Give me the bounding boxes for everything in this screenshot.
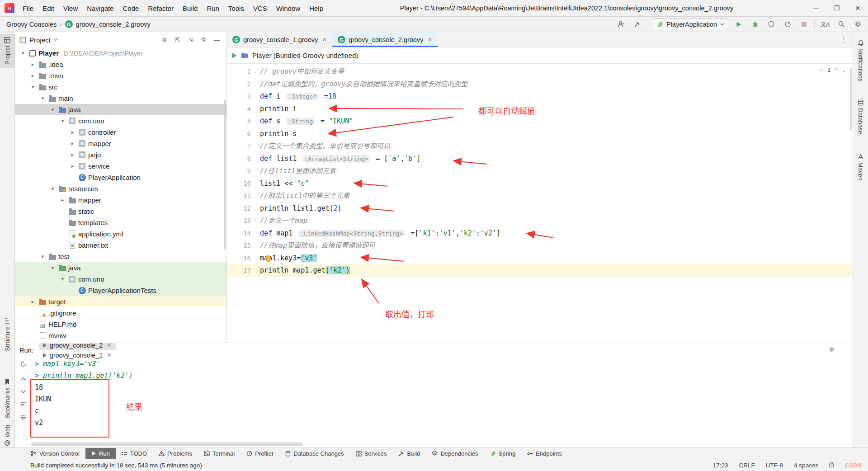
indent-indicator[interactable]: 4 spaces <box>794 462 818 469</box>
menu-code[interactable]: Code <box>118 5 143 12</box>
tree-expander-icon[interactable]: ▸ <box>69 163 76 169</box>
tree-expander-icon[interactable]: ▸ <box>69 129 76 135</box>
console-horizontal-scrollbar[interactable] <box>31 443 302 446</box>
tree-item-main[interactable]: ▾main <box>15 93 226 104</box>
locate-file-icon[interactable]: ⊕ <box>160 36 170 43</box>
tree-item-templates[interactable]: templates <box>15 217 226 228</box>
toolwindow-button-spring[interactable]: Spring <box>484 448 522 459</box>
user-profile-button[interactable] <box>615 19 627 30</box>
maximize-button[interactable]: ❐ <box>826 0 847 16</box>
up-stack-icon[interactable] <box>21 374 26 382</box>
toolwindow-button-todo[interactable]: TODO <box>116 448 153 459</box>
code-line-15[interactable]: 15//往map里面放值，直接设置键值即可 <box>227 240 853 252</box>
tree-item-mapper[interactable]: ▸mapper <box>15 138 226 149</box>
tree-expander-icon[interactable]: ▾ <box>49 186 56 192</box>
build-hammer-button[interactable] <box>632 19 643 30</box>
encoding-indicator[interactable]: UTF-8 <box>766 462 783 469</box>
tree-expander-icon[interactable]: ▾ <box>49 265 56 271</box>
tree-item-application-yml[interactable]: application.yml <box>15 228 226 240</box>
tree-expander-icon[interactable]: ▾ <box>39 95 46 101</box>
tree-item-controller[interactable]: ▸controller <box>15 127 226 138</box>
collapse-all-icon[interactable]: ⇲ <box>186 36 196 43</box>
toolwindow-tab-structure[interactable]: Structure <box>0 315 14 354</box>
fold-marker-icon[interactable]: ⌄ <box>254 65 257 78</box>
code-line-12[interactable]: 12println list1.get(2) <box>227 203 853 215</box>
run-button[interactable] <box>733 19 745 30</box>
menu-run[interactable]: Run <box>202 5 224 12</box>
console-settings-icon[interactable] <box>20 414 26 422</box>
toolwindow-tab-maven[interactable]: Maven <box>853 151 868 184</box>
tree-item-target[interactable]: ▸target <box>15 296 226 307</box>
project-panel-title[interactable]: Project <box>29 36 51 44</box>
menu-refactor[interactable]: Refactor <box>143 5 178 12</box>
toolwindow-button-run[interactable]: Run <box>85 448 116 459</box>
menu-vcs[interactable]: VCS <box>249 5 272 12</box>
intention-bulb-icon[interactable] <box>265 255 271 262</box>
hide-panel-icon[interactable]: — <box>212 36 222 43</box>
toolwindow-button-database-changes[interactable]: Database Changes <box>279 448 349 459</box>
tree-expander-icon[interactable]: ▾ <box>59 276 66 282</box>
tree-expander-icon[interactable]: ▾ <box>59 118 66 124</box>
code-line-4[interactable]: 4println i <box>227 103 853 116</box>
expand-all-icon[interactable]: ⇱ <box>173 36 183 43</box>
tree-item-test[interactable]: ▾test <box>15 251 226 262</box>
tree-expander-icon[interactable]: ▸ <box>29 299 36 305</box>
breadcrumb-current-file[interactable]: groovy_console_2.groovy <box>76 21 151 28</box>
minimize-button[interactable]: — <box>806 0 826 16</box>
down-stack-icon[interactable] <box>21 387 26 396</box>
fold-marker-icon[interactable]: ⌄ <box>254 78 257 90</box>
code-line-13[interactable]: 13//定义一个map <box>227 215 853 227</box>
tree-item-java[interactable]: ▾java <box>15 262 226 273</box>
project-scrollbar[interactable] <box>224 100 226 249</box>
tree-item-service[interactable]: ▸service <box>15 160 226 172</box>
tree-expander-icon[interactable]: ▸ <box>29 73 36 79</box>
menu-edit[interactable]: Edit <box>38 5 59 12</box>
tree-item-player[interactable]: ▾PlayerD:\IDEA\IDEAProject\Player <box>15 47 226 59</box>
tab-options-icon[interactable]: ⋮ <box>835 32 853 47</box>
chevron-down-icon[interactable] <box>54 38 58 41</box>
code-line-10[interactable]: 10list1 << "c" <box>227 178 853 190</box>
tree-item-src[interactable]: ▾src <box>15 81 226 93</box>
close-tab-icon[interactable]: ✕ <box>427 36 432 43</box>
translate-icon[interactable]: 文A <box>819 19 831 30</box>
menu-file[interactable]: File <box>18 5 38 12</box>
tree-expander-icon[interactable]: ▾ <box>39 254 46 259</box>
tree-item-com-uno[interactable]: ▾com.uno <box>15 115 226 127</box>
tree-item-mapper[interactable]: ▸mapper <box>15 194 226 206</box>
code-line-9[interactable]: 9//往list1里面添加元素 <box>227 165 853 178</box>
coverage-button[interactable] <box>765 19 777 30</box>
toolwindow-button-terminal[interactable]: Terminal <box>198 448 241 459</box>
tree-item-playerapplicationtests[interactable]: CPlayerApplicationTests <box>15 285 226 296</box>
code-line-5[interactable]: 5def s :String = "IKUN" <box>227 115 853 128</box>
breadcrumb-groovy-consoles[interactable]: Groovy Consoles <box>6 21 57 28</box>
tree-item-gitignore[interactable]: .gitignore <box>15 307 226 319</box>
tree-expander-icon[interactable]: ▸ <box>69 141 76 146</box>
tree-expander-icon[interactable]: ▾ <box>19 50 26 56</box>
editor-tab-groovy-console-2-groovy[interactable]: Ggroovy_console_2.groovy✕ <box>332 32 438 47</box>
menu-tools[interactable]: Tools <box>224 5 249 12</box>
toolwindow-tab-database[interactable]: Database <box>853 96 868 137</box>
tree-item-static[interactable]: static <box>15 206 226 217</box>
code-line-2[interactable]: 2⌄//def是弱类型的，groovy会自动根据情况来给变量赋予对应的类型 <box>227 78 853 91</box>
tree-item-java[interactable]: ▾java <box>15 104 226 115</box>
tree-item-pojo[interactable]: ▸pojo <box>15 149 226 160</box>
inspections-widget[interactable]: ✓ 1 ⌃ ⌄ <box>820 66 845 73</box>
menu-window[interactable]: Window <box>272 5 305 12</box>
tree-item-idea[interactable]: ▸.idea <box>15 59 226 70</box>
code-line-1[interactable]: 1⌄// groovy中如何定义变量 <box>227 66 853 78</box>
tree-expander-icon[interactable]: ▸ <box>29 61 36 67</box>
hide-run-panel-icon[interactable]: — <box>841 346 848 354</box>
close-tab-icon[interactable]: ✕ <box>107 342 112 349</box>
toolwindow-tab-web[interactable]: Web <box>0 422 14 449</box>
menu-navigate[interactable]: Navigate <box>82 5 118 12</box>
rerun-icon[interactable] <box>20 361 27 369</box>
run-settings-gear-icon[interactable] <box>829 346 835 354</box>
menu-help[interactable]: Help <box>305 5 328 12</box>
tree-expander-icon[interactable]: ▸ <box>59 197 66 203</box>
code-line-16[interactable]: 16map1.key3='v3' <box>227 252 853 265</box>
code-line-6[interactable]: 6println s <box>227 128 853 141</box>
toolwindow-tab-project[interactable]: Project <box>0 34 14 68</box>
next-problem-icon[interactable]: ⌄ <box>842 67 845 73</box>
tree-expander-icon[interactable]: ▸ <box>69 152 76 158</box>
debug-button[interactable] <box>749 19 761 30</box>
